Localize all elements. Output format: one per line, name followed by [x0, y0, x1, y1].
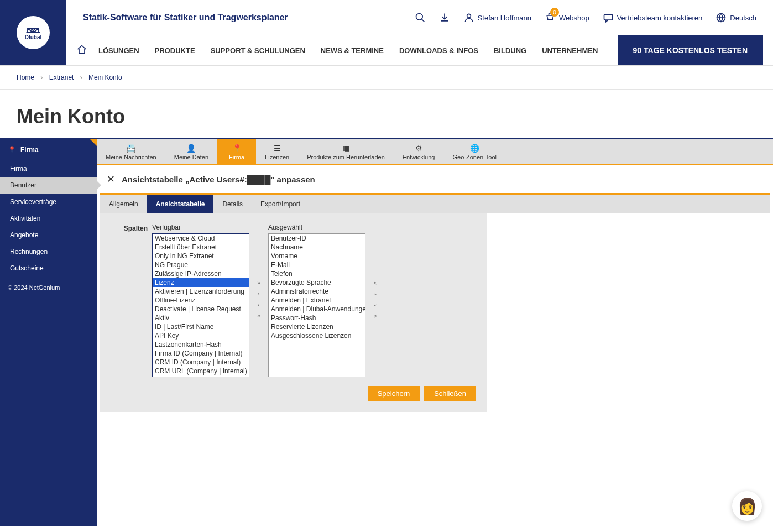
list-option[interactable]: Offline-Lizenz	[153, 296, 249, 305]
list-option[interactable]: Bevorzugte Sprache	[269, 278, 365, 287]
list-option[interactable]: Reservierte Lizenzen	[269, 322, 365, 331]
sub-tab[interactable]: Allgemein	[100, 195, 147, 213]
sub-tab[interactable]: Export/Import	[252, 195, 309, 213]
tab-icon: 👤	[174, 144, 208, 153]
tab[interactable]: ⚙Entwicklung	[394, 139, 444, 164]
sidebar-item[interactable]: Aktivitäten	[0, 210, 97, 227]
sidebar-item[interactable]: Rechnungen	[0, 243, 97, 260]
available-label: Verfügbar	[152, 223, 249, 231]
tab[interactable]: ▦Produkte zum Herunterladen	[298, 139, 394, 164]
nav-item[interactable]: BILDUNG	[494, 46, 526, 55]
list-option[interactable]: Telefon	[269, 269, 365, 278]
svg-point-0	[416, 14, 422, 20]
tab-icon: ☰	[265, 144, 289, 153]
tab[interactable]: 🌐Geo-Zonen-Tool	[443, 139, 505, 164]
tab[interactable]: 👤Meine Daten	[165, 139, 217, 164]
list-option[interactable]: Aktiv	[153, 314, 249, 322]
tab[interactable]: ☰Lizenzen	[256, 139, 298, 164]
sidebar-item[interactable]: Benutzer	[0, 177, 97, 194]
tab-icon: 📇	[106, 144, 156, 153]
list-option[interactable]: Ausgeschlossene Lizenzen	[269, 331, 365, 340]
page-title: Mein Konto	[0, 90, 773, 138]
selected-listbox[interactable]: Benutzer-IDNachnameVornameE-MailTelefonB…	[268, 233, 365, 377]
nav-item[interactable]: SUPPORT & SCHULUNGEN	[211, 46, 305, 55]
search-icon[interactable]	[415, 12, 426, 23]
nav-item[interactable]: PRODUKTE	[155, 46, 195, 55]
sub-tab[interactable]: Details	[213, 195, 252, 213]
move-top-button[interactable]: «	[370, 278, 379, 288]
user-menu[interactable]: Stefan Hoffmann	[463, 12, 531, 23]
sub-tab[interactable]: Ansichtstabelle	[147, 195, 214, 213]
cart-badge: 0	[550, 8, 559, 17]
close-icon[interactable]: ✕	[107, 173, 115, 185]
tab[interactable]: 📇Meine Nachrichten	[97, 139, 165, 164]
move-all-right-button[interactable]: »	[254, 279, 264, 288]
logo-text: Dlubal	[25, 34, 42, 40]
list-option[interactable]: NG Prague	[153, 260, 249, 269]
pin-icon: 📍	[8, 146, 16, 154]
breadcrumb: Home › Extranet › Mein Konto	[0, 66, 773, 90]
list-option[interactable]: Lizenz	[153, 278, 249, 287]
close-button[interactable]: Schließen	[424, 386, 476, 401]
list-option[interactable]: Firma ID (Company | Internal)	[153, 349, 249, 358]
list-option[interactable]: E-Mail	[269, 260, 365, 269]
save-button[interactable]: Speichern	[368, 386, 420, 401]
webshop-link[interactable]: 0 Webshop	[545, 12, 589, 23]
copyright: © 2024 NetGenium	[0, 279, 97, 296]
list-option[interactable]: Vorname	[269, 252, 365, 260]
move-up-button[interactable]: ‹	[370, 289, 379, 299]
list-option[interactable]: Only in NG Extranet	[153, 252, 249, 260]
list-option[interactable]: ID | Last/First Name	[153, 322, 249, 331]
view-title: Ansichtstabelle „Active Users#:████" anp…	[122, 175, 315, 184]
nav-item[interactable]: UNTERNEHMEN	[542, 46, 598, 55]
sidebar-item[interactable]: Serviceverträge	[0, 194, 97, 210]
move-bottom-button[interactable]: »	[370, 311, 379, 321]
list-option[interactable]: Nachname	[269, 243, 365, 252]
contact-link[interactable]: Vertriebsteam kontaktieren	[603, 12, 703, 23]
list-option[interactable]: Lastzonenkarten-Hash	[153, 340, 249, 349]
tab-icon: ⚙	[403, 144, 435, 153]
nav-item[interactable]: LÖSUNGEN	[98, 46, 139, 55]
list-option[interactable]: API Key	[153, 331, 249, 340]
download-icon[interactable]	[439, 12, 450, 23]
svg-point-1	[467, 14, 471, 18]
list-option[interactable]: Webservice & Cloud	[153, 234, 249, 243]
list-option[interactable]: Deactivate | License Request	[153, 305, 249, 314]
selected-label: Ausgewählt	[268, 223, 365, 231]
nav-item[interactable]: DOWNLOADS & INFOS	[399, 46, 478, 55]
sidebar-item[interactable]: Gutscheine	[0, 260, 97, 277]
list-option[interactable]: Passwort-Hash	[269, 314, 365, 322]
tab-icon: ▦	[307, 144, 385, 153]
trial-button[interactable]: 90 TAGE KOSTENLOS TESTEN	[618, 35, 763, 65]
list-option[interactable]: Anmelden | Dlubal-Anwendungen	[269, 305, 365, 314]
logo[interactable]: Dlubal	[0, 0, 66, 65]
breadcrumb-extranet[interactable]: Extranet	[49, 74, 74, 81]
move-down-button[interactable]: ›	[370, 300, 379, 310]
columns-label: Spalten	[111, 223, 148, 232]
breadcrumb-home[interactable]: Home	[17, 74, 34, 81]
move-all-left-button[interactable]: «	[254, 312, 264, 321]
breadcrumb-current[interactable]: Mein Konto	[88, 74, 122, 81]
home-icon[interactable]	[76, 44, 87, 57]
nav-item[interactable]: NEWS & TERMINE	[321, 46, 384, 55]
list-option[interactable]: Benutzer-ID	[269, 234, 365, 243]
language-selector[interactable]: Deutsch	[715, 12, 756, 23]
list-option[interactable]: CRM URL (Company | Internal)	[153, 367, 249, 375]
list-option[interactable]: Anmelden | Extranet	[269, 296, 365, 305]
list-option[interactable]: Aktivieren | Lizenzanforderung	[153, 287, 249, 296]
sidebar-item[interactable]: Firma	[0, 160, 97, 177]
tab-icon: 🌐	[452, 144, 497, 153]
tab[interactable]: 📍Firma	[217, 139, 256, 164]
sidebar-item[interactable]: Angebote	[0, 227, 97, 243]
list-option[interactable]: Erstellt über Extranet	[153, 243, 249, 252]
move-left-button[interactable]: ‹	[254, 301, 264, 310]
list-option[interactable]: CRM ID (Company | Internal)	[153, 358, 249, 367]
chat-bubble[interactable]: 👩	[732, 491, 762, 521]
move-right-button[interactable]: ›	[254, 290, 264, 299]
list-option[interactable]: Zulässige IP-Adressen	[153, 269, 249, 278]
tab-icon: 📍	[226, 144, 247, 153]
svg-rect-2	[604, 14, 612, 20]
available-listbox[interactable]: Webservice & CloudErstellt über Extranet…	[152, 233, 249, 377]
list-option[interactable]: Administratorrechte	[269, 287, 365, 296]
sidebar-header[interactable]: 📍 Firma	[0, 139, 97, 160]
